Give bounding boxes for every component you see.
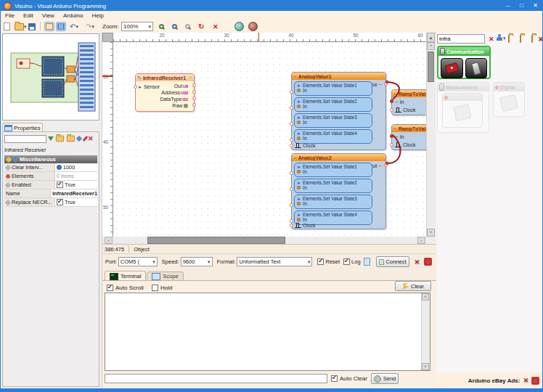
menu-arduino[interactable]: Arduino <box>59 12 88 19</box>
categorize-icon[interactable] <box>76 136 82 142</box>
pin-connector-datatype[interactable] <box>192 97 196 100</box>
design-canvas[interactable]: InfraredReceiver1 Sensor OutU8 AddressU3… <box>113 42 426 237</box>
vscroll-thumb[interactable] <box>428 52 434 82</box>
pin-connector-clock[interactable] <box>290 224 293 227</box>
auto-scroll-checkbox[interactable] <box>107 285 113 291</box>
tab-terminal[interactable]: Terminal <box>105 271 146 281</box>
open-project-button[interactable] <box>15 22 27 31</box>
scroll-down-icon[interactable]: ˅ <box>427 229 435 237</box>
pin-connector-address[interactable] <box>192 90 196 94</box>
connect-button[interactable]: Connect <box>376 256 409 267</box>
component-analogvalue1[interactable]: AnalogValue1 Out Elements.Set Value Stat… <box>291 72 386 150</box>
menu-view[interactable]: View <box>38 12 59 19</box>
category-header[interactable]: Digital <box>494 83 524 91</box>
edit-wand-icon[interactable] <box>188 75 192 81</box>
clear-button[interactable]: Clear <box>395 281 431 291</box>
component-header[interactable]: InfraredReceiver1 <box>136 74 194 81</box>
ads-close-icon[interactable]: ◌ <box>531 377 539 385</box>
menu-edit[interactable]: Edit <box>19 12 38 19</box>
pin-connector-out[interactable] <box>192 83 196 87</box>
project-minimap[interactable] <box>2 33 99 121</box>
edit-wand-icon[interactable] <box>380 73 384 80</box>
pin-connector-in[interactable] <box>390 134 393 138</box>
media-button[interactable] <box>248 22 258 31</box>
format-dropdown-icon[interactable] <box>308 258 311 265</box>
redo-button[interactable] <box>86 22 94 31</box>
hscroll-thumb[interactable] <box>147 237 285 244</box>
scroll-up-icon[interactable]: ˄ <box>422 293 429 301</box>
filter-icon[interactable] <box>48 136 54 141</box>
canvas-vertical-scrollbar[interactable]: ▲ ˄ ˅ <box>426 33 435 237</box>
grid-view-toggle[interactable] <box>56 22 66 31</box>
property-row[interactable]: Replace NECR... True <box>4 198 97 207</box>
pin-connector-in[interactable] <box>290 122 293 126</box>
property-value[interactable]: InfraredReceiver1 <box>52 190 97 197</box>
save-project-button[interactable] <box>28 22 36 31</box>
infrared-receiver-component-button[interactable] <box>441 58 463 78</box>
zoom-in-button[interactable] <box>159 22 164 31</box>
canvas-horizontal-scrollbar[interactable]: ‹ › <box>102 237 426 244</box>
hold-checkbox[interactable] <box>152 285 158 291</box>
pin-connector-out[interactable] <box>384 163 388 167</box>
comm-settings-icon[interactable] <box>414 258 420 266</box>
log-file-icon[interactable] <box>364 258 370 266</box>
close-button[interactable] <box>528 1 542 11</box>
scroll-up-icon[interactable]: ▲ <box>427 33 435 42</box>
pin-connector-clock[interactable] <box>390 143 393 147</box>
category-header[interactable]: Communication <box>438 47 489 56</box>
maximize-button[interactable] <box>515 1 528 11</box>
property-filter-input[interactable] <box>4 135 46 143</box>
pin-connector-in[interactable] <box>290 106 293 110</box>
property-value[interactable]: 1000 <box>63 164 75 171</box>
pin-connector-raw[interactable] <box>192 103 196 107</box>
component-infraredreceiver1[interactable]: InfraredReceiver1 Sensor OutU8 AddressU3… <box>135 73 195 112</box>
element-set-value-state1[interactable]: Elements.Set Value State1 In <box>294 163 372 177</box>
delete-button[interactable] <box>213 22 219 31</box>
zoom-out-button[interactable] <box>172 22 177 31</box>
zoom-reset-button[interactable] <box>185 22 190 31</box>
web-button[interactable] <box>234 22 244 31</box>
disconnect-power-icon[interactable]: ◌ <box>424 258 432 266</box>
element-set-value-state3[interactable]: Elements.Set Value State3 In <box>294 195 372 209</box>
format-combobox[interactable]: Unformatted Text <box>237 257 312 266</box>
category-communication[interactable]: Communication <box>437 46 491 79</box>
component-header[interactable]: AnalogValue1 <box>292 73 385 80</box>
edit-wand-icon[interactable] <box>380 155 384 161</box>
speed-dropdown-icon[interactable] <box>208 258 211 265</box>
reset-checkbox[interactable] <box>317 258 324 265</box>
pin-connector-sensor[interactable] <box>134 85 137 89</box>
scroll-up2-icon[interactable]: ˄ <box>427 42 435 50</box>
port-dropdown-icon[interactable] <box>152 258 155 265</box>
open-dropdown-icon[interactable] <box>24 23 27 30</box>
terminal-output[interactable]: ˄ ˅ <box>105 293 430 371</box>
arrange-button[interactable] <box>496 34 506 41</box>
redo-dropdown-icon[interactable] <box>91 23 94 30</box>
send-button[interactable]: Send <box>371 373 399 384</box>
undo-button[interactable] <box>70 22 78 31</box>
pin-connector-in[interactable] <box>290 90 293 94</box>
scroll-right-icon[interactable]: › <box>417 237 425 244</box>
property-group-header[interactable]: Miscellaneous <box>4 155 97 163</box>
tab-scope[interactable]: Scope <box>147 271 183 280</box>
element-set-value-state2[interactable]: Elements.Set Value State2 In <box>294 97 372 112</box>
pin-connector-in[interactable] <box>390 99 393 103</box>
category-measurement[interactable]: Measurement <box>437 82 489 133</box>
component-ramptovalue2[interactable]: RampToValu In Out Clock <box>391 124 426 150</box>
component-header[interactable]: RampToValu <box>392 90 426 97</box>
menu-help[interactable]: Help <box>87 12 107 19</box>
zoom-combobox[interactable]: 100% <box>121 22 153 31</box>
edit-value-icon[interactable] <box>57 165 62 170</box>
ads-settings-icon[interactable] <box>523 377 528 384</box>
collapse-all-folder-icon[interactable] <box>508 35 510 43</box>
scroll-down-icon[interactable]: ˅ <box>422 363 429 370</box>
minimize-button[interactable] <box>501 1 515 11</box>
board-view-toggle[interactable] <box>44 22 54 31</box>
compile-button[interactable] <box>198 22 204 31</box>
undo-dropdown-icon[interactable] <box>75 23 78 30</box>
clear-search-icon[interactable] <box>489 36 494 43</box>
element-set-value-state2[interactable]: Elements.Set Value State2 In <box>294 179 372 193</box>
replace-checkbox[interactable] <box>57 199 63 205</box>
property-row[interactable]: Elements 0 Items <box>4 172 97 181</box>
toolbox-settings-icon[interactable] <box>538 36 543 43</box>
scroll-left-icon[interactable]: ‹ <box>105 237 113 244</box>
